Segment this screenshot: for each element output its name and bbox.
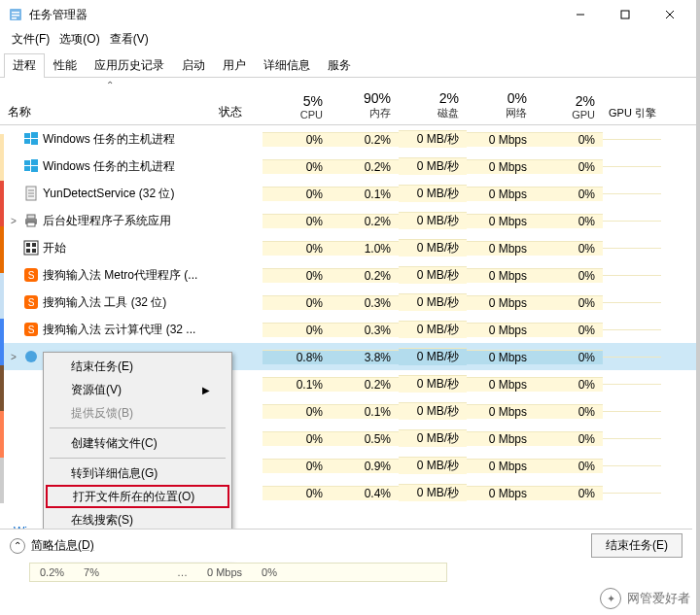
tab-performance[interactable]: 性能 [45,53,86,78]
ctx-create-dump[interactable]: 创建转储文件(C) [46,431,229,455]
ctx-feedback: 提供反馈(B) [46,401,229,425]
process-row[interactable]: S搜狗输入法 工具 (32 位)0%0.3%0 MB/秒0 Mbps0% [0,289,696,316]
ctx-end-task[interactable]: 结束任务(E) [46,355,229,378]
cell-cpu: 0% [262,323,331,337]
process-row[interactable]: S搜狗输入法 Metro代理程序 (...0%0.2%0 MB/秒0 Mbps0… [0,261,696,289]
col-gpu[interactable]: 2% GPU [535,91,603,124]
minimize-button[interactable] [558,0,603,29]
expand-icon[interactable]: > [8,216,19,226]
col-gpu-engine[interactable]: GPU 引擎 [603,106,661,124]
process-name: 开始 [43,240,66,256]
window-title: 任务管理器 [29,7,88,23]
tab-app-history[interactable]: 应用历史记录 [86,53,173,78]
cell-network: 0 Mbps [467,350,535,364]
process-name: YunDetectService (32 位) [43,186,174,202]
svg-rect-14 [24,166,30,171]
process-icon [23,349,39,364]
end-task-button[interactable]: 结束任务(E) [591,533,682,558]
menubar: 文件(F) 选项(O) 查看(V) [0,29,696,49]
svg-rect-11 [31,139,38,145]
cell-memory: 0.3% [331,323,399,337]
ctx-open-file-location[interactable]: 打开文件所在的位置(O) [46,485,229,508]
left-color-strip [0,134,4,503]
cell-gpu: 0% [535,187,603,201]
svg-rect-8 [24,133,30,138]
cell-disk: 0 MB/秒 [399,185,467,202]
ctx-sep [50,427,226,428]
context-menu: 结束任务(E) 资源值(V)▶ 提供反馈(B) 创建转储文件(C) 转到详细信息… [43,352,232,558]
process-row[interactable]: YunDetectService (32 位)0%0.1%0 MB/秒0 Mbp… [0,180,696,207]
svg-rect-25 [32,243,36,247]
cell-gpu: 0% [535,132,603,147]
cell-memory: 0.2% [331,377,399,392]
svg-rect-10 [24,139,30,144]
process-name: 搜狗输入法 工具 (32 位) [43,294,166,311]
bottom-clip: 0.2%7% … 0 Mbps0% [29,563,447,582]
cell-cpu: 0% [262,132,331,147]
cell-network: 0 Mbps [467,159,535,174]
process-row[interactable]: Windows 任务的主机进程0%0.2%0 MB/秒0 Mbps0% [0,153,696,180]
cell-gpu: 0% [535,214,603,228]
menu-options[interactable]: 选项(O) [55,30,103,49]
cell-cpu: 0.1% [262,377,331,392]
wechat-icon: ✦ [600,588,621,609]
cell-memory: 0.1% [331,187,399,201]
column-headers: ⌃ 名称 状态 5% CPU 90% 内存 2% 磁盘 0% 网络 2% GPU… [0,78,696,125]
cell-gpu: 0% [535,404,603,419]
brief-info-toggle[interactable]: ⌃ 简略信息(D) [10,537,94,554]
ctx-resource-values[interactable]: 资源值(V)▶ [46,378,229,401]
process-icon: S [23,294,39,310]
menu-view[interactable]: 查看(V) [106,30,153,49]
close-button[interactable] [648,0,692,29]
cell-disk: 0 MB/秒 [399,239,467,256]
cell-network: 0 Mbps [467,132,535,147]
process-row[interactable]: 开始0%1.0%0 MB/秒0 Mbps0% [0,234,696,261]
menu-file[interactable]: 文件(F) [8,30,53,49]
cell-gpu: 0% [535,268,603,283]
cell-network: 0 Mbps [467,187,535,201]
col-memory[interactable]: 90% 内存 [331,88,399,124]
cell-disk: 0 MB/秒 [399,429,467,447]
col-status[interactable]: 状态 [219,104,262,124]
tab-details[interactable]: 详细信息 [255,53,319,78]
tabbar: 进程 性能 应用历史记录 启动 用户 详细信息 服务 [0,49,696,78]
tab-processes[interactable]: 进程 [4,53,45,78]
tab-services[interactable]: 服务 [319,53,360,78]
cell-disk: 0 MB/秒 [399,212,467,229]
tab-users[interactable]: 用户 [214,53,255,78]
tab-startup[interactable]: 启动 [173,53,214,78]
cell-network: 0 Mbps [467,268,535,283]
ctx-go-details[interactable]: 转到详细信息(G) [46,461,229,485]
svg-rect-2 [12,15,19,17]
watermark: ✦ 网管爱好者 [600,588,690,609]
cell-disk: 0 MB/秒 [399,157,467,175]
chevron-right-icon: ▶ [202,385,210,395]
cell-gpu: 0% [535,459,603,473]
cell-gpu: 0% [535,241,603,256]
svg-rect-3 [12,17,17,19]
svg-text:S: S [28,297,35,308]
col-name[interactable]: ⌃ 名称 [0,78,219,124]
cell-network: 0 Mbps [467,459,535,473]
process-name: 后台处理程序子系统应用 [43,213,171,229]
col-cpu[interactable]: 5% CPU [262,91,331,124]
cell-gpu: 0% [535,486,603,500]
process-row[interactable]: >后台处理程序子系统应用0%0.2%0 MB/秒0 Mbps0% [0,207,696,234]
ctx-sep [50,458,226,459]
col-network[interactable]: 0% 网络 [467,88,535,124]
cell-memory: 3.8% [331,350,399,364]
svg-rect-24 [26,243,30,247]
cell-network: 0 Mbps [467,486,535,500]
col-disk[interactable]: 2% 磁盘 [399,88,467,124]
svg-rect-22 [27,222,35,226]
process-icon [23,213,39,228]
process-icon: S [23,267,39,283]
cell-cpu: 0% [262,459,331,473]
maximize-button[interactable] [603,0,648,29]
process-row[interactable]: Windows 任务的主机进程0%0.2%0 MB/秒0 Mbps0% [0,125,696,153]
expand-icon[interactable]: > [8,352,19,362]
cell-disk: 0 MB/秒 [399,457,467,474]
process-row[interactable]: S搜狗输入法 云计算代理 (32 ...0%0.3%0 MB/秒0 Mbps0% [0,316,696,343]
svg-text:S: S [28,270,35,281]
cell-memory: 0.2% [331,132,399,147]
